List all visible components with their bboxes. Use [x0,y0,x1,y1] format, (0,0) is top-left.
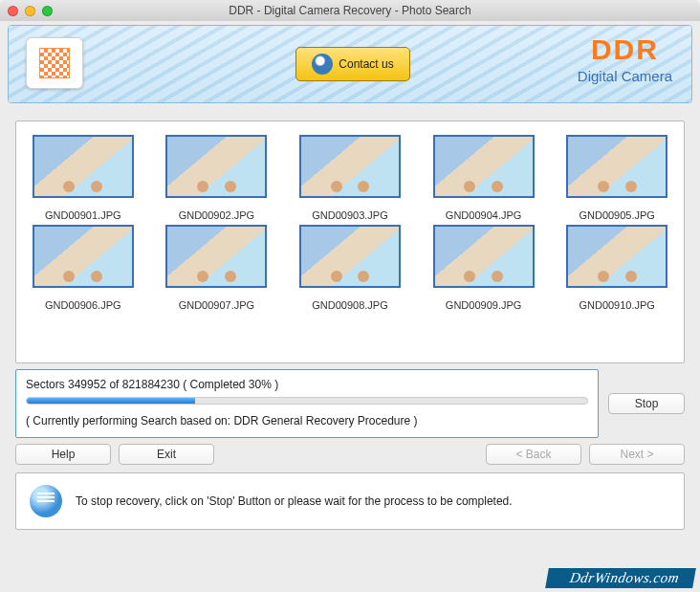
brand-subtitle: Digital Camera [578,68,672,84]
gallery-row: GND00906.JPG GND00907.JPG GND00908.JPG G… [28,225,672,311]
next-button: Next > [589,444,685,465]
photo-filename: GND00909.JPG [428,299,539,311]
watermark: DdrWindows.com [545,568,696,588]
photo-item[interactable]: GND00904.JPG [428,135,539,221]
photo-item[interactable]: GND00905.JPG [561,135,672,221]
photo-filename: GND00904.JPG [428,209,539,221]
window-title: DDR - Digital Camera Recovery - Photo Se… [8,4,692,17]
photo-filename: GND00910.JPG [561,299,672,311]
photo-item[interactable]: GND00903.JPG [295,135,405,221]
contact-icon [312,54,333,75]
info-icon [30,485,62,517]
progress-box: Sectors 349952 of 821884230 ( Completed … [15,369,599,438]
photo-item[interactable]: GND00910.JPG [561,225,672,311]
main-panel: GND00901.JPG GND00902.JPG GND00903.JPG G… [15,121,685,530]
sectors-text: Sectors 349952 of 821884230 ( Completed … [26,378,588,391]
photo-filename: GND00906.JPG [28,299,139,311]
help-button[interactable]: Help [15,444,111,465]
exit-button[interactable]: Exit [119,444,214,465]
contact-label: Contact us [339,57,393,71]
nav-row: Help Exit < Back Next > [15,444,685,465]
gallery-panel: GND00901.JPG GND00902.JPG GND00903.JPG G… [15,121,685,363]
progress-row: Sectors 349952 of 821884230 ( Completed … [15,369,685,438]
gallery-row: GND00901.JPG GND00902.JPG GND00903.JPG G… [28,135,672,221]
photo-filename: GND00908.JPG [295,299,405,311]
photo-thumbnail [165,225,267,288]
photo-thumbnail [33,225,134,288]
photo-item[interactable]: GND00909.JPG [428,225,539,311]
photo-item[interactable]: GND00908.JPG [295,225,405,311]
contact-us-button[interactable]: Contact us [295,47,410,81]
photo-thumbnail [33,135,134,198]
gallery: GND00901.JPG GND00902.JPG GND00903.JPG G… [28,135,672,311]
photo-filename: GND00903.JPG [295,209,405,221]
photo-filename: GND00905.JPG [561,209,672,221]
photo-filename: GND00907.JPG [162,299,273,311]
titlebar: DDR - Digital Camera Recovery - Photo Se… [0,0,700,21]
minimize-icon[interactable] [25,6,35,16]
app-header: Contact us DDR Digital Camera [8,25,692,103]
app-logo-box[interactable] [26,37,83,89]
photo-thumbnail [566,225,667,288]
brand-area: DDR Digital Camera [578,35,672,84]
photo-thumbnail [165,135,267,198]
photo-item[interactable]: GND00902.JPG [162,135,273,221]
progress-bar-fill [27,398,195,404]
stop-button[interactable]: Stop [608,393,685,414]
app-window: DDR - Digital Camera Recovery - Photo Se… [0,0,700,592]
close-icon[interactable] [8,6,18,16]
photo-item[interactable]: GND00906.JPG [28,225,139,311]
app-logo-icon [39,48,70,78]
progress-bar [26,397,588,405]
photo-thumbnail [566,135,667,198]
back-button: < Back [486,444,581,465]
method-text: ( Currently performing Search based on: … [26,414,588,428]
maximize-icon[interactable] [42,6,53,16]
photo-thumbnail [299,225,401,288]
window-controls [8,6,53,16]
photo-filename: GND00901.JPG [28,209,139,221]
nav-spacer [222,444,478,465]
photo-thumbnail [299,135,401,198]
brand-title: DDR [578,35,672,64]
photo-filename: GND00902.JPG [162,209,273,221]
photo-thumbnail [433,135,535,198]
hint-box: To stop recovery, click on 'Stop' Button… [15,472,685,530]
stop-column: Stop [608,369,685,438]
photo-item[interactable]: GND00901.JPG [28,135,139,221]
photo-thumbnail [433,225,535,288]
hint-text: To stop recovery, click on 'Stop' Button… [76,494,513,508]
photo-item[interactable]: GND00907.JPG [162,225,273,311]
